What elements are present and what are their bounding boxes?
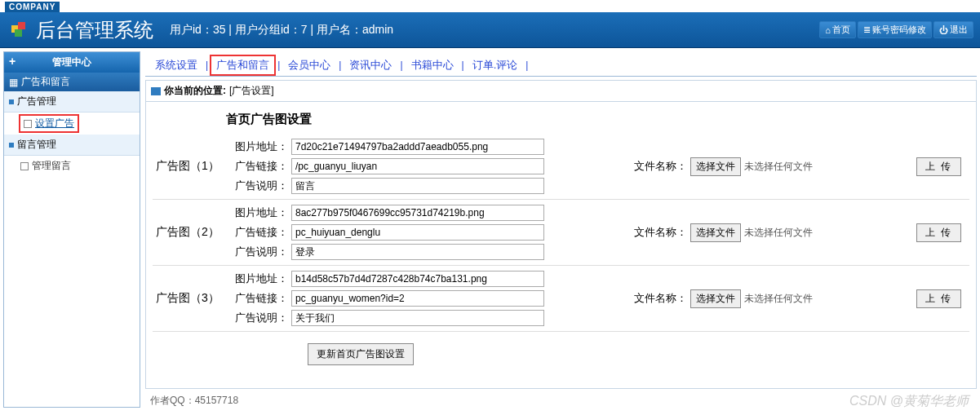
field-label-link: 广告链接： [234, 225, 288, 240]
header: 后台管理系统 用户id：35 | 用户分组id：7 | 用户名：admin ⌂首… [0, 12, 980, 48]
upload-button[interactable]: 上 传 [916, 157, 961, 176]
choose-file-button[interactable]: 选择文件 [690, 289, 741, 308]
ad-title: 广告图（1） [153, 159, 226, 174]
upload-button[interactable]: 上 传 [916, 223, 961, 242]
file-name-label: 文件名称： [634, 291, 687, 306]
field-label-img: 图片地址： [234, 139, 288, 154]
page-icon [24, 120, 32, 128]
submit-update-button[interactable]: 更新首页广告图设置 [308, 343, 414, 365]
ad-link-input[interactable] [291, 158, 544, 174]
tab-ads-messages[interactable]: 广告和留言 [210, 55, 276, 76]
sidebar-section-ads[interactable]: ▦广告和留言 [4, 73, 140, 91]
page-icon [20, 162, 29, 170]
ad-desc-input[interactable] [291, 310, 544, 326]
main: 系统设置| 广告和留言| 会员中心| 资讯中心| 书籍中心| 订单.评论| 你当… [145, 51, 977, 408]
tab-system[interactable]: 系统设置 [149, 55, 204, 76]
bullet-icon [9, 143, 14, 148]
file-name-label: 文件名称： [634, 225, 687, 240]
field-label-desc: 广告说明： [234, 311, 288, 325]
file-status: 未选择任何文件 [744, 160, 813, 174]
tab-bar: 系统设置| 广告和留言| 会员中心| 资讯中心| 书籍中心| 订单.评论| [145, 51, 977, 77]
sidebar-cat-ad-manage[interactable]: 广告管理 [4, 91, 140, 113]
img-url-input[interactable] [291, 205, 544, 221]
choose-file-button[interactable]: 选择文件 [690, 223, 741, 242]
field-label-desc: 广告说明： [234, 179, 288, 193]
sidebar-item-set-ad[interactable]: 设置广告 [19, 114, 79, 133]
tab-news[interactable]: 资讯中心 [343, 55, 398, 76]
home-button[interactable]: ⌂首页 [819, 21, 856, 38]
location-icon [151, 87, 161, 95]
img-url-input[interactable] [291, 271, 544, 287]
ad-desc-input[interactable] [291, 178, 544, 194]
logo-cube-icon [10, 20, 29, 40]
choose-file-button[interactable]: 选择文件 [690, 157, 741, 176]
ad-row: 广告图（2） 图片地址： 广告链接： 广告说明： 文件名称： 选择文件 未选择任… [153, 200, 969, 266]
bullet-icon [9, 99, 14, 104]
img-url-input[interactable] [291, 139, 544, 155]
ad-row: 广告图（1） 图片地址： 广告链接： 广告说明： 文件名称： 选择文件 未选择任… [153, 134, 969, 200]
field-label-img: 图片地址： [234, 205, 288, 220]
sidebar-item-manage-msg[interactable]: 管理留言 [4, 156, 140, 176]
ad-link-input[interactable] [291, 224, 544, 241]
sidebar: +管理中心 ▦广告和留言 广告管理 设置广告 留言管理 管理留言 [3, 51, 140, 408]
tab-orders[interactable]: 订单.评论 [466, 55, 525, 76]
list-icon: ≣ [863, 24, 871, 35]
field-label-img: 图片地址： [234, 272, 288, 286]
upload-button[interactable]: 上 传 [916, 289, 961, 308]
file-status: 未选择任何文件 [744, 292, 813, 306]
password-button[interactable]: ≣账号密码修改 [858, 21, 932, 38]
sidebar-title: +管理中心 [4, 52, 140, 73]
sidebar-cat-msg-manage[interactable]: 留言管理 [4, 135, 140, 156]
footer-author: 作者QQ：45157718 [145, 389, 977, 408]
field-label-link: 广告链接： [234, 159, 288, 174]
file-name-label: 文件名称： [634, 159, 687, 174]
field-label-link: 广告链接： [234, 291, 288, 306]
tab-members[interactable]: 会员中心 [282, 55, 337, 76]
ad-link-input[interactable] [291, 290, 544, 307]
company-tag: COMPANY [5, 2, 60, 12]
home-icon: ⌂ [825, 25, 831, 35]
file-status: 未选择任何文件 [744, 226, 813, 240]
ad-row: 广告图（3） 图片地址： 广告链接： 广告说明： 文件名称： 选择文件 未选择任… [153, 266, 969, 332]
breadcrumb: 你当前的位置: [广告设置] [145, 80, 977, 102]
power-icon: ⏻ [939, 25, 948, 35]
exit-button[interactable]: ⏻退出 [933, 21, 973, 38]
svg-rect-1 [18, 22, 25, 29]
content: 首页广告图设置 广告图（1） 图片地址： 广告链接： 广告说明： 文件名称： 选… [145, 102, 977, 389]
grid-icon: ▦ [9, 77, 18, 88]
ad-title: 广告图（3） [153, 291, 226, 306]
ad-title: 广告图（2） [153, 225, 226, 240]
system-title: 后台管理系统 [36, 17, 153, 43]
tab-books[interactable]: 书籍中心 [405, 55, 460, 76]
ad-desc-input[interactable] [291, 244, 544, 260]
field-label-desc: 广告说明： [234, 245, 288, 259]
plus-icon[interactable]: + [9, 55, 16, 67]
page-heading: 首页广告图设置 [153, 108, 969, 134]
svg-rect-2 [15, 29, 22, 37]
user-info: 用户id：35 | 用户分组id：7 | 用户名：admin [170, 23, 393, 38]
